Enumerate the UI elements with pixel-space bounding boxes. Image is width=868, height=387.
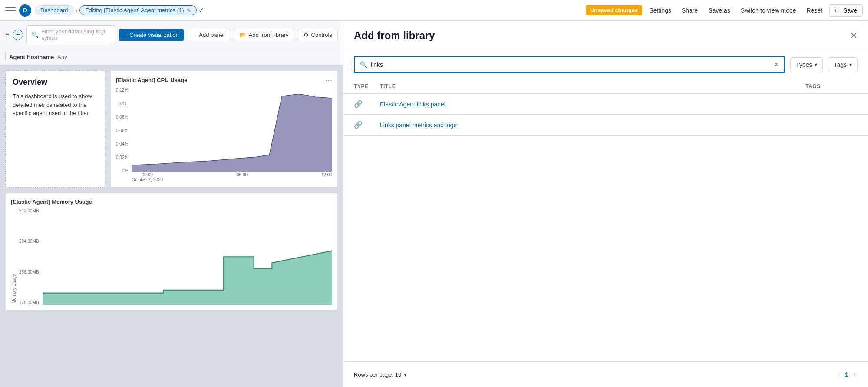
dashboard-canvas: Overview This dashboard is used to show … bbox=[0, 65, 343, 387]
collapse-panels-icon[interactable]: ≡ bbox=[5, 31, 9, 39]
add-from-library-panel: Add from library ✕ 🔍 ✕ Types ▾ Tags ▾ Ty… bbox=[343, 21, 868, 387]
add-panel-icon: + bbox=[193, 32, 197, 38]
overview-title: Overview bbox=[13, 78, 98, 87]
filter-value: Any bbox=[57, 54, 67, 60]
hamburger-menu-icon[interactable] bbox=[5, 5, 16, 16]
overview-text: This dashboard is used to show detailed … bbox=[13, 92, 98, 118]
library-panel-title: Add from library bbox=[354, 30, 435, 42]
dashboard-toolbar: ≡ + 🔍 Filter your data using KQL syntax … bbox=[0, 21, 343, 49]
breadcrumb-separator: › bbox=[76, 7, 78, 14]
memory-chart-area bbox=[43, 208, 332, 305]
next-page-button[interactable]: › bbox=[852, 369, 858, 380]
cpu-chart-svg bbox=[132, 88, 332, 172]
filter-label: Agent Hostname bbox=[9, 54, 54, 60]
save-icon: ⬚ bbox=[835, 7, 841, 14]
create-visualization-button[interactable]: + Create visualization bbox=[119, 29, 184, 41]
cpu-chart-panel: [Elastic Agent] CPU Usage ⋯ 0.12% 0.1% 0… bbox=[110, 70, 338, 188]
memory-chart-header: [Elastic Agent] Memory Usage bbox=[11, 198, 332, 205]
memory-chart-panel: [Elastic Agent] Memory Usage Memory Usag… bbox=[5, 193, 338, 311]
controls-icon: ⚙ bbox=[304, 32, 309, 38]
memory-chart-title: [Elastic Agent] Memory Usage bbox=[11, 198, 92, 205]
previous-page-button[interactable]: ‹ bbox=[836, 369, 842, 380]
library-icon: 📂 bbox=[239, 32, 246, 38]
library-search-icon: 🔍 bbox=[360, 61, 367, 68]
cpu-chart-header: [Elastic Agent] CPU Usage ⋯ bbox=[116, 76, 332, 84]
dashboard-panel: ≡ + 🔍 Filter your data using KQL syntax … bbox=[0, 21, 343, 387]
page-controls: ‹ 1 › bbox=[836, 369, 858, 380]
types-dropdown[interactable]: Types ▾ bbox=[790, 57, 823, 72]
library-search-row: 🔍 ✕ Types ▾ Tags ▾ bbox=[343, 49, 868, 80]
controls-button[interactable]: ⚙ Controls bbox=[298, 29, 338, 41]
switch-to-view-mode-link[interactable]: Switch to view mode bbox=[737, 5, 800, 16]
library-search-bar[interactable]: 🔍 ✕ bbox=[354, 56, 785, 73]
library-panel-header: Add from library ✕ bbox=[343, 21, 868, 49]
cpu-chart-area: 00:00 October 2, 2023 06:00 12:00 bbox=[132, 88, 332, 182]
link-type-icon: 🔗 bbox=[354, 121, 380, 129]
link-type-icon: 🔗 bbox=[354, 100, 380, 108]
tags-dropdown[interactable]: Tags ▾ bbox=[828, 57, 858, 72]
breadcrumb-current[interactable]: Editing [Elastic Agent] Agent metrics (1… bbox=[79, 5, 197, 15]
create-viz-icon: + bbox=[124, 32, 127, 38]
library-search-input[interactable] bbox=[371, 61, 770, 68]
cpu-chart-title: [Elastic Agent] CPU Usage bbox=[116, 77, 187, 83]
tags-chevron-icon: ▾ bbox=[849, 62, 852, 68]
filter-divider bbox=[5, 53, 6, 61]
result-title-2[interactable]: Links panel metrics and logs bbox=[380, 122, 805, 129]
panel-menu-icon[interactable]: ⋯ bbox=[325, 76, 332, 84]
result-title-1[interactable]: Elastic Agent links panel bbox=[380, 101, 805, 108]
current-page-number[interactable]: 1 bbox=[845, 371, 848, 378]
reset-link[interactable]: Reset bbox=[803, 5, 826, 16]
second-panel-row: [Elastic Agent] Memory Usage Memory Usag… bbox=[5, 193, 338, 311]
add-from-library-button[interactable]: 📂 Add from library bbox=[234, 29, 294, 41]
cpu-chart-body: 0.12% 0.1% 0.08% 0.06% 0.04% 0.02% 0% bbox=[116, 88, 332, 182]
unsaved-changes-badge: Unsaved changes bbox=[586, 5, 643, 15]
save-as-link[interactable]: Save as bbox=[705, 5, 734, 16]
table-row[interactable]: 🔗 Links panel metrics and logs bbox=[343, 115, 868, 136]
svg-marker-1 bbox=[43, 251, 332, 305]
add-panel-button[interactable]: + Add panel bbox=[188, 29, 230, 41]
memory-chart-svg bbox=[43, 208, 332, 305]
memory-y-title: Memory Usage bbox=[11, 208, 17, 305]
filter-row: Agent Hostname Any bbox=[0, 49, 343, 65]
overview-panel: Overview This dashboard is used to show … bbox=[5, 70, 105, 188]
top-navigation: D Dashboard › Editing [Elastic Agent] Ag… bbox=[0, 0, 868, 21]
cpu-x-axis: 00:00 October 2, 2023 06:00 12:00 bbox=[132, 172, 332, 182]
cpu-y-axis: 0.12% 0.1% 0.08% 0.06% 0.04% 0.02% 0% bbox=[116, 88, 130, 182]
close-panel-button[interactable]: ✕ bbox=[850, 30, 858, 41]
table-row[interactable]: 🔗 Elastic Agent links panel bbox=[343, 94, 868, 115]
rows-per-page-selector[interactable]: Rows per page: 10 ▾ bbox=[354, 371, 407, 378]
breadcrumb-home[interactable]: Dashboard bbox=[35, 5, 74, 15]
memory-chart-body: Memory Usage 512.00MB 384.00MB 256.00MB … bbox=[11, 208, 332, 305]
library-search-clear-icon[interactable]: ✕ bbox=[773, 60, 779, 69]
confirm-icon[interactable]: ✓ bbox=[198, 6, 204, 14]
main-layout: ≡ + 🔍 Filter your data using KQL syntax … bbox=[0, 21, 868, 387]
svg-marker-0 bbox=[132, 94, 332, 172]
share-link[interactable]: Share bbox=[678, 5, 701, 16]
types-chevron-icon: ▾ bbox=[815, 62, 817, 68]
rows-per-page-chevron-icon: ▾ bbox=[404, 371, 407, 378]
library-table: Type Title Tags 🔗 Elastic Agent links pa… bbox=[343, 80, 868, 361]
memory-y-axis: 512.00MB 384.00MB 256.00MB 128.00MB bbox=[19, 208, 41, 305]
save-button[interactable]: ⬚ Save bbox=[829, 4, 863, 17]
edit-title-icon[interactable]: ✎ bbox=[187, 7, 191, 13]
kql-search-bar[interactable]: 🔍 Filter your data using KQL syntax bbox=[26, 25, 115, 44]
table-header: Type Title Tags bbox=[343, 80, 868, 94]
pagination-bar: Rows per page: 10 ▾ ‹ 1 › bbox=[343, 361, 868, 387]
user-avatar[interactable]: D bbox=[19, 4, 31, 17]
kql-placeholder: Filter your data using KQL syntax bbox=[41, 28, 110, 41]
settings-link[interactable]: Settings bbox=[646, 5, 675, 16]
breadcrumb: Dashboard › Editing [Elastic Agent] Agen… bbox=[35, 5, 204, 15]
add-quick-button[interactable]: + bbox=[13, 30, 23, 40]
search-icon: 🔍 bbox=[31, 31, 39, 38]
first-panel-row: Overview This dashboard is used to show … bbox=[5, 70, 338, 188]
